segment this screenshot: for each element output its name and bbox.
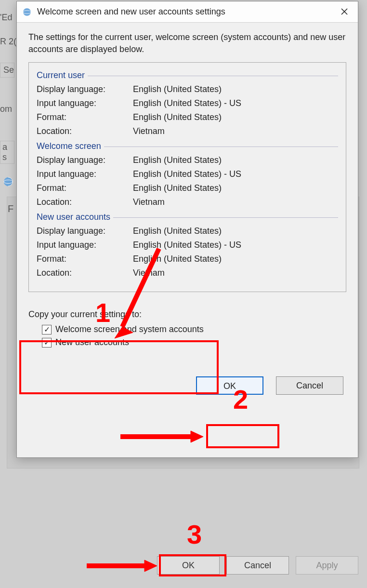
- bg-frag: R 2(: [0, 37, 16, 47]
- group-new-user-accounts: New user accounts Display language: Engl…: [37, 212, 338, 280]
- row-location: Location: Vietnam: [37, 266, 338, 280]
- value: English (United States) - US: [133, 169, 241, 179]
- label: Location:: [37, 197, 133, 207]
- label: Input language:: [37, 98, 133, 108]
- dialog-button-row: OK Cancel: [28, 376, 346, 395]
- cancel-button[interactable]: Cancel: [276, 376, 343, 395]
- bg-frag: om: [0, 104, 12, 114]
- checkbox-newuser[interactable]: ✓: [42, 338, 52, 347]
- value: English (United States): [133, 226, 222, 236]
- row-display-language: Display language: English (United States…: [37, 153, 338, 167]
- settings-dialog: Welcome screen and new user accounts set…: [16, 1, 358, 458]
- group-current-user: Current user Display language: English (…: [37, 70, 338, 138]
- row-display-language: Display language: English (United States…: [37, 82, 338, 96]
- row-format: Format: English (United States): [37, 181, 338, 195]
- label: Input language:: [37, 240, 133, 250]
- label: Input language:: [37, 169, 133, 179]
- label: Format:: [37, 183, 133, 193]
- value: English (United States) - US: [133, 240, 241, 250]
- label: Location:: [37, 126, 133, 136]
- group-title: Current user: [37, 70, 88, 80]
- label: Format:: [37, 254, 133, 264]
- label: Display language:: [37, 226, 133, 236]
- ok-button[interactable]: OK: [196, 376, 263, 395]
- row-format: Format: English (United States): [37, 110, 338, 124]
- checkbox-welcome[interactable]: ✓: [42, 325, 52, 334]
- group-title: Welcome screen: [37, 141, 104, 151]
- checkbox-label: Welcome screen and system accounts: [55, 324, 204, 334]
- parent-ok-button[interactable]: OK: [157, 556, 220, 575]
- row-input-language: Input language: English (United States) …: [37, 96, 338, 110]
- parent-cancel-button[interactable]: Cancel: [226, 556, 289, 575]
- close-icon: [341, 6, 348, 17]
- value: Vietnam: [133, 126, 165, 136]
- group-welcome-screen: Welcome screen Display language: English…: [37, 141, 338, 209]
- group-divider: [104, 147, 338, 147]
- bg-frag: F: [8, 203, 13, 214]
- copy-settings-section: Copy your current settings to: ✓ Welcome…: [28, 309, 346, 350]
- bg-frag: Se: [0, 63, 14, 78]
- row-display-language: Display language: English (United States…: [37, 224, 338, 238]
- group-divider: [113, 217, 338, 218]
- parent-button-row: OK Cancel Apply: [157, 556, 358, 575]
- close-button[interactable]: [331, 1, 358, 23]
- label: Display language:: [37, 84, 133, 94]
- value: English (United States): [133, 254, 222, 264]
- dialog-title: Welcome screen and new user accounts set…: [37, 7, 331, 17]
- label: Format:: [37, 112, 133, 122]
- value: Vietnam: [133, 197, 165, 207]
- label: Display language:: [37, 155, 133, 165]
- settings-panel: Current user Display language: English (…: [28, 62, 346, 292]
- value: English (United States): [133, 112, 222, 122]
- copy-settings-title: Copy your current settings to:: [28, 309, 346, 320]
- intro-text: The settings for the current user, welco…: [28, 31, 346, 55]
- value: Vietnam: [133, 268, 165, 278]
- group-title: New user accounts: [37, 212, 113, 222]
- row-format: Format: English (United States): [37, 252, 338, 266]
- globe-icon: [22, 7, 32, 17]
- row-location: Location: Vietnam: [37, 124, 338, 138]
- row-input-language: Input language: English (United States) …: [37, 167, 338, 181]
- value: English (United States): [133, 183, 222, 193]
- value: English (United States): [133, 84, 222, 94]
- row-input-language: Input language: English (United States) …: [37, 238, 338, 252]
- checkbox-row-welcome[interactable]: ✓ Welcome screen and system accounts: [42, 324, 346, 334]
- group-divider: [88, 76, 338, 76]
- value: English (United States): [133, 155, 222, 165]
- value: English (United States) - US: [133, 98, 241, 108]
- dialog-body: The settings for the current user, welco…: [17, 23, 358, 457]
- bg-frag: a s: [0, 141, 14, 164]
- parent-apply-button: Apply: [296, 556, 358, 575]
- dialog-titlebar: Welcome screen and new user accounts set…: [17, 1, 358, 23]
- checkbox-label: New user accounts: [55, 337, 129, 347]
- row-location: Location: Vietnam: [37, 195, 338, 209]
- checkbox-row-newuser[interactable]: ✓ New user accounts: [42, 337, 346, 347]
- bg-frag: 'Ed: [0, 13, 12, 23]
- label: Location:: [37, 268, 133, 278]
- region-window-icon: [3, 176, 14, 188]
